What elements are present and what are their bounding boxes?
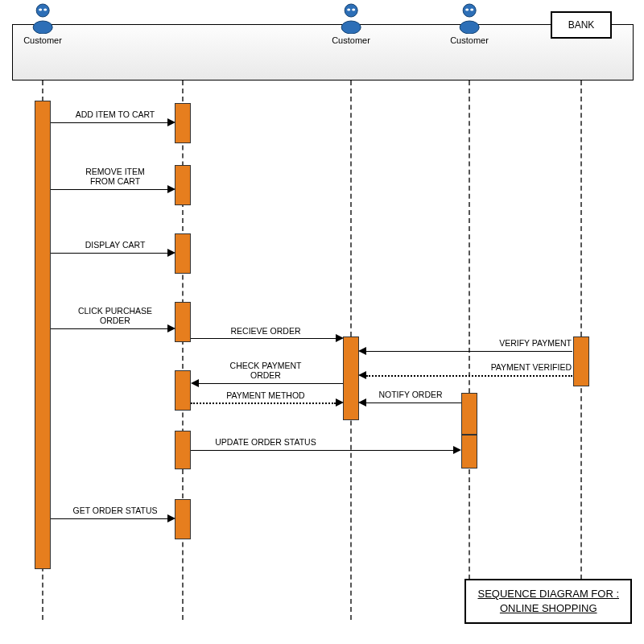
svg-point-2 — [39, 9, 42, 11]
msg-check-payment: CHECK PAYMENT ORDER — [193, 361, 338, 380]
arrow-line — [51, 189, 167, 190]
svg-point-7 — [352, 9, 355, 11]
svg-point-6 — [347, 9, 350, 11]
arrow-head-icon — [336, 398, 344, 407]
activation-bar — [175, 233, 191, 274]
msg-payment-method: PAYMENT METHOD — [193, 390, 338, 400]
arrow-line-dashed — [366, 375, 572, 377]
arrow-line — [51, 122, 167, 123]
activation-bar — [175, 302, 191, 342]
activation-bar — [175, 370, 191, 411]
svg-point-8 — [463, 4, 476, 17]
arrow-head-icon — [191, 379, 199, 387]
svg-point-1 — [33, 21, 52, 34]
activation-bar — [343, 336, 359, 420]
svg-point-4 — [345, 4, 357, 17]
activation-bar — [175, 499, 191, 539]
msg-notify-order: NOTIFY ORDER — [362, 390, 459, 399]
msg-get-status: GET ORDER STATUS — [55, 506, 175, 515]
activation-bar — [573, 336, 589, 386]
diagram-title-box: SEQUENCE DIAGRAM FOR : ONLINE SHOPPING — [464, 579, 632, 624]
arrow-head-icon — [358, 371, 366, 379]
arrow-line — [198, 383, 343, 384]
svg-point-10 — [465, 9, 469, 11]
actor-bank: BANK — [551, 11, 612, 39]
msg-add-item: ADD ITEM TO CART — [55, 109, 175, 119]
arrow-head-icon — [167, 118, 175, 126]
msg-update-status: UPDATE ORDER STATUS — [193, 437, 338, 447]
actor-customer-2: Customer — [332, 3, 370, 45]
title-line-2: ONLINE SHOPPING — [500, 602, 597, 614]
actor-customer-3: Customer — [450, 3, 489, 45]
arrow-head-icon — [453, 446, 461, 454]
arrow-line — [191, 450, 453, 451]
arrow-line — [366, 402, 461, 403]
svg-point-5 — [341, 21, 361, 34]
participants-band — [12, 24, 634, 80]
activation-bar — [175, 165, 191, 205]
arrow-line — [51, 253, 167, 254]
activation-bar — [461, 435, 477, 469]
arrow-line — [366, 351, 572, 352]
actor-customer-1: Customer — [23, 3, 62, 45]
msg-payment-verified: PAYMENT VERIFIED — [435, 362, 572, 372]
arrow-head-icon — [358, 347, 366, 355]
person-icon — [340, 3, 362, 34]
arrow-head-icon — [167, 514, 175, 522]
person-icon — [31, 3, 54, 34]
arrow-head-icon — [167, 324, 175, 332]
svg-point-11 — [470, 9, 473, 11]
msg-receive-order: RECIEVE ORDER — [193, 326, 338, 336]
bank-label: BANK — [568, 19, 595, 31]
activation-bar-customer — [35, 101, 51, 569]
actor-label: Customer — [23, 35, 62, 45]
msg-remove-item: REMOVE ITEM FROM CART — [55, 167, 175, 186]
msg-purchase: CLICK PURCHASE ORDER — [55, 306, 175, 325]
msg-display-cart: DISPLAY CART — [55, 240, 175, 250]
arrow-head-icon — [167, 249, 175, 257]
title-line-1: SEQUENCE DIAGRAM FOR : — [477, 588, 619, 600]
arrow-head-icon — [167, 185, 175, 193]
person-icon — [458, 3, 481, 34]
activation-bar — [175, 431, 191, 469]
arrow-head-icon — [358, 398, 366, 407]
arrow-head-icon — [336, 334, 344, 342]
svg-point-0 — [36, 4, 49, 17]
activation-bar — [461, 393, 477, 435]
arrow-line — [51, 328, 167, 329]
arrow-line — [191, 338, 336, 339]
actor-label: Customer — [332, 35, 370, 45]
msg-verify-payment: VERIFY PAYMENT — [435, 338, 572, 348]
activation-bar — [175, 103, 191, 143]
actor-label: Customer — [450, 35, 489, 45]
svg-point-9 — [460, 21, 479, 34]
arrow-line — [51, 518, 167, 519]
arrow-line-dashed — [191, 402, 336, 404]
svg-point-3 — [43, 9, 47, 11]
lifeline-customer-3 — [469, 80, 470, 620]
